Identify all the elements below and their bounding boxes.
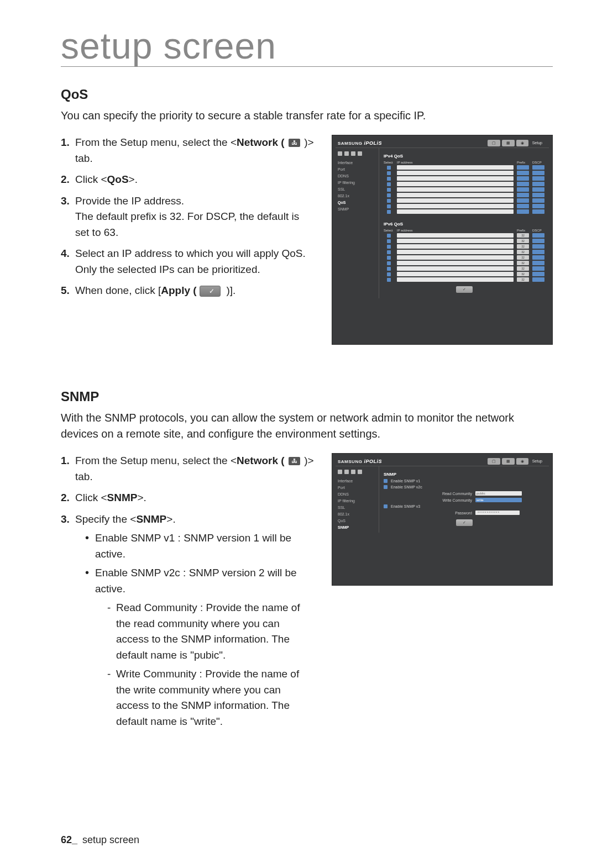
checkbox[interactable]: [387, 272, 391, 276]
checkbox[interactable]: [387, 245, 391, 249]
top-tab[interactable]: ▢: [488, 140, 500, 146]
dscp-field[interactable]: [532, 272, 544, 276]
prefix-field[interactable]: 32: [517, 244, 529, 249]
ip-field[interactable]: [397, 233, 514, 238]
prefix-field[interactable]: 32: [517, 277, 529, 282]
ip-field[interactable]: [397, 272, 514, 276]
read-community-field[interactable]: [475, 491, 522, 496]
ip-field[interactable]: [397, 266, 514, 271]
dscp-field[interactable]: [532, 261, 544, 265]
prefix-field[interactable]: 32: [517, 250, 529, 254]
dscp-field[interactable]: [532, 244, 544, 249]
checkbox[interactable]: [387, 234, 391, 238]
checkbox[interactable]: [387, 193, 391, 197]
password-field[interactable]: ************: [475, 511, 520, 515]
dscp-field[interactable]: [532, 187, 544, 192]
dscp-field[interactable]: [532, 182, 544, 186]
top-tab[interactable]: ▢: [488, 458, 500, 465]
prefix-field[interactable]: [517, 193, 529, 197]
sidebar-item-qos[interactable]: QoS: [338, 201, 376, 204]
prefix-field[interactable]: [517, 176, 529, 181]
dscp-field[interactable]: [532, 198, 544, 203]
checkbox[interactable]: [387, 250, 391, 254]
dscp-field[interactable]: [532, 266, 544, 271]
sidebar-item-port[interactable]: Port: [338, 167, 376, 171]
prefix-field[interactable]: [517, 209, 529, 214]
checkbox[interactable]: [387, 239, 391, 243]
sidebar-item-ddns[interactable]: DDNS: [338, 492, 376, 496]
ip-field[interactable]: [397, 182, 514, 186]
dscp-field[interactable]: [532, 193, 544, 197]
dscp-field[interactable]: [532, 176, 544, 181]
checkbox[interactable]: [387, 210, 391, 214]
prefix-field[interactable]: 32: [517, 239, 529, 243]
prefix-field[interactable]: 32: [517, 233, 529, 238]
sidebar-item-port[interactable]: Port: [338, 486, 376, 490]
dscp-field[interactable]: [532, 277, 544, 282]
prefix-field[interactable]: [517, 187, 529, 192]
setup-tab[interactable]: Setup: [530, 458, 547, 465]
ip-field[interactable]: [397, 261, 514, 265]
apply-button[interactable]: ✓: [456, 519, 473, 526]
prefix-field[interactable]: 32: [517, 266, 529, 271]
prefix-field[interactable]: [517, 182, 529, 186]
checkbox[interactable]: [387, 171, 391, 175]
setup-tab[interactable]: Setup: [530, 140, 547, 146]
ip-field[interactable]: [397, 187, 514, 192]
apply-button[interactable]: ✓: [456, 286, 473, 293]
checkbox[interactable]: [387, 188, 391, 192]
checkbox[interactable]: [384, 504, 387, 508]
prefix-field[interactable]: 32: [517, 255, 529, 260]
ip-field[interactable]: [397, 171, 514, 175]
prefix-field[interactable]: [517, 204, 529, 208]
sidebar-item-8021x[interactable]: 802.1x: [338, 194, 376, 198]
dscp-field[interactable]: [532, 255, 544, 260]
checkbox[interactable]: [387, 199, 391, 203]
top-tab[interactable]: ◉: [516, 458, 528, 465]
prefix-field[interactable]: 32: [517, 261, 529, 265]
sidebar-item-ddns[interactable]: DDNS: [338, 174, 376, 178]
ip-field[interactable]: [397, 176, 514, 181]
sidebar-item-8021x[interactable]: 802.1x: [338, 512, 376, 516]
checkbox[interactable]: [387, 267, 391, 271]
dscp-field[interactable]: [532, 171, 544, 175]
ip-field[interactable]: [397, 193, 514, 197]
checkbox[interactable]: [387, 177, 391, 181]
checkbox[interactable]: [384, 479, 387, 483]
sidebar-item-snmp[interactable]: SNMP: [338, 525, 376, 529]
prefix-field[interactable]: 32: [517, 272, 529, 276]
checkbox[interactable]: [387, 166, 391, 170]
dscp-field[interactable]: [532, 233, 544, 238]
checkbox[interactable]: [387, 261, 391, 265]
sidebar-item-interface[interactable]: Interface: [338, 161, 376, 165]
ip-field[interactable]: [397, 198, 514, 203]
prefix-field[interactable]: [517, 198, 529, 203]
checkbox[interactable]: [384, 485, 387, 489]
ip-field[interactable]: [397, 239, 514, 243]
ip-field[interactable]: [397, 255, 514, 260]
dscp-field[interactable]: [532, 250, 544, 254]
dscp-field[interactable]: [532, 204, 544, 208]
ip-field[interactable]: [397, 244, 514, 249]
checkbox[interactable]: [387, 278, 391, 282]
prefix-field[interactable]: [517, 165, 529, 170]
dscp-field[interactable]: [532, 165, 544, 170]
ip-field[interactable]: [397, 250, 514, 254]
checkbox[interactable]: [387, 182, 391, 186]
sidebar-item-ipfiltering[interactable]: IP filtering: [338, 499, 376, 503]
sidebar-item-ssl[interactable]: SSL: [338, 187, 376, 191]
sidebar-item-ipfiltering[interactable]: IP filtering: [338, 181, 376, 185]
sidebar-item-interface[interactable]: Interface: [338, 479, 376, 483]
dscp-field[interactable]: [532, 239, 544, 243]
top-tab[interactable]: ▦: [502, 140, 515, 146]
write-community-field[interactable]: [475, 498, 522, 502]
sidebar-item-ssl[interactable]: SSL: [338, 506, 376, 509]
top-tab[interactable]: ▦: [502, 458, 515, 465]
checkbox[interactable]: [387, 204, 391, 208]
sidebar-item-qos[interactable]: QoS: [338, 519, 376, 523]
checkbox[interactable]: [387, 256, 391, 260]
top-tab[interactable]: ◉: [516, 140, 528, 146]
ip-field[interactable]: [397, 165, 514, 170]
ip-field[interactable]: [397, 209, 514, 214]
prefix-field[interactable]: [517, 171, 529, 175]
